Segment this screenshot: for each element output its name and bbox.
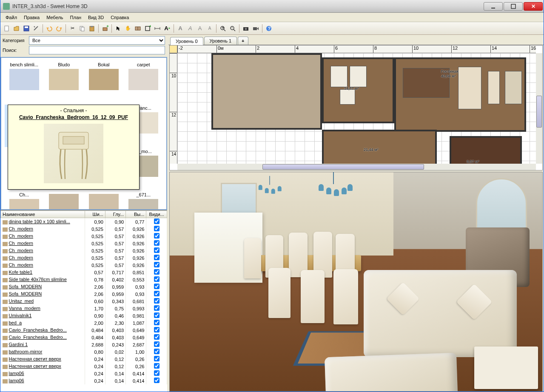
table-row[interactable]: Ch_modern0,5250,570,926 bbox=[1, 261, 167, 269]
visibility-checkbox[interactable] bbox=[154, 298, 159, 304]
table-header[interactable]: Вы... bbox=[126, 211, 146, 218]
visibility-checkbox[interactable] bbox=[154, 284, 159, 289]
text-size-up-icon[interactable]: A bbox=[195, 24, 205, 33]
visibility-checkbox[interactable] bbox=[154, 349, 159, 354]
menu-item-файл[interactable]: Файл bbox=[2, 14, 20, 21]
help-icon[interactable]: ? bbox=[264, 24, 273, 33]
menu-item-вид 3d[interactable]: Вид 3D bbox=[85, 14, 107, 21]
catalog-item[interactable] bbox=[84, 191, 123, 210]
table-row[interactable]: bathroom-mirror0,800,021,00 bbox=[1, 348, 167, 355]
select-tool-icon[interactable] bbox=[114, 24, 123, 33]
visibility-checkbox[interactable] bbox=[154, 363, 159, 369]
visibility-checkbox[interactable] bbox=[154, 291, 159, 296]
catalog-item[interactable]: carpet bbox=[124, 61, 163, 104]
video-icon[interactable] bbox=[251, 24, 260, 33]
table-header[interactable]: Наименование bbox=[1, 211, 85, 218]
zoom-in-icon[interactable]: + bbox=[218, 24, 228, 33]
table-row[interactable]: Cavio_Francheska_Bedro...0,4840,4030,649 bbox=[1, 327, 167, 334]
menu-item-правка[interactable]: Правка bbox=[20, 14, 43, 21]
plan-view[interactable]: -20м246810121416 101214 14,87 м²Гостиная… bbox=[169, 45, 543, 170]
visibility-checkbox[interactable] bbox=[154, 262, 159, 267]
table-row[interactable]: Sofa_MODERN2,060,9590,93 bbox=[1, 283, 167, 290]
table-row[interactable]: lamp060,240,140,414 bbox=[1, 370, 167, 377]
visibility-checkbox[interactable] bbox=[154, 305, 159, 311]
table-row[interactable]: Kofe table10,570,7170,851 bbox=[1, 269, 167, 276]
table-row[interactable]: Side table 40x78cm slimline0,780,4020,55… bbox=[1, 276, 167, 283]
table-row[interactable]: Ch_modern0,5250,570,926 bbox=[1, 233, 167, 240]
menu-item-план[interactable]: План bbox=[67, 14, 85, 21]
copy-icon[interactable] bbox=[77, 24, 87, 33]
menu-item-справка[interactable]: Справка bbox=[107, 14, 132, 21]
save-icon[interactable] bbox=[22, 24, 31, 33]
menu-item-мебель[interactable]: Мебель bbox=[43, 14, 66, 21]
level-tab[interactable]: Уровень 0 bbox=[170, 37, 203, 45]
table-row[interactable]: Umivalnik10,900,460,981 bbox=[1, 312, 167, 319]
table-row[interactable]: Sofa_MODERN2,060,9590,93 bbox=[1, 290, 167, 298]
zoom-out-icon[interactable]: - bbox=[228, 24, 237, 33]
pan-tool-icon[interactable]: ✋ bbox=[123, 24, 133, 33]
new-file-icon[interactable] bbox=[2, 24, 11, 33]
visibility-checkbox[interactable] bbox=[154, 312, 159, 318]
visibility-checkbox[interactable] bbox=[154, 247, 159, 253]
table-row[interactable]: bed_a2,002,301,087 bbox=[1, 319, 167, 327]
open-file-icon[interactable] bbox=[12, 24, 21, 33]
visibility-checkbox[interactable] bbox=[154, 334, 159, 340]
table-row[interactable]: Ch_modern0,5250,570,926 bbox=[1, 240, 167, 247]
visibility-checkbox[interactable] bbox=[154, 327, 159, 332]
text-italic-icon[interactable]: A bbox=[185, 24, 195, 33]
visibility-checkbox[interactable] bbox=[154, 320, 159, 325]
table-row[interactable]: Cavio_Francheska_Bedro...0,4840,4030,649 bbox=[1, 334, 167, 341]
table-row[interactable]: Настенная светит вверх0,240,120,26 bbox=[1, 355, 167, 363]
table-row[interactable]: Gardini 12,6880,2432,687 bbox=[1, 341, 167, 348]
table-header[interactable]: Глу... bbox=[105, 211, 125, 218]
catalog-item[interactable]: bench slimli... bbox=[5, 61, 44, 104]
photo-icon[interactable] bbox=[241, 24, 251, 33]
visibility-checkbox[interactable] bbox=[154, 233, 159, 239]
visibility-checkbox[interactable] bbox=[154, 240, 159, 246]
text-size-down-icon[interactable]: A bbox=[205, 24, 214, 33]
plan-origin-corner[interactable] bbox=[170, 45, 177, 53]
plan-scrollbar-vertical[interactable] bbox=[536, 53, 542, 164]
table-row[interactable]: Настенная светит вверх0,240,120,26 bbox=[1, 363, 167, 370]
search-input[interactable] bbox=[29, 46, 165, 54]
table-row[interactable]: Ch_modern0,5250,570,926 bbox=[1, 254, 167, 261]
table-row[interactable]: Unitaz_med0,600,3430,681 bbox=[1, 298, 167, 305]
catalog-item[interactable]: _671... bbox=[124, 191, 163, 210]
preferences-icon[interactable] bbox=[31, 24, 41, 33]
text-tool-icon[interactable]: A+ bbox=[162, 24, 172, 33]
level-tab[interactable]: Уровень 1 bbox=[204, 37, 237, 45]
table-row[interactable]: lamp060,240,140,414 bbox=[1, 377, 167, 384]
plan-scrollbar-horizontal[interactable] bbox=[177, 164, 536, 170]
view-3d[interactable] bbox=[169, 172, 543, 392]
close-button[interactable]: ✕ bbox=[524, 2, 543, 11]
table-row[interactable]: Ch_modern0,5250,570,926 bbox=[1, 247, 167, 254]
visibility-checkbox[interactable] bbox=[154, 378, 159, 383]
cut-icon[interactable]: ✂ bbox=[68, 24, 77, 33]
wall-tool-icon[interactable] bbox=[133, 24, 142, 33]
catalog-item[interactable]: Bludo bbox=[45, 61, 84, 104]
table-header[interactable]: Види... bbox=[146, 211, 167, 218]
table-header[interactable]: Ши... bbox=[85, 211, 105, 218]
table-row[interactable]: Ch_modern0,5250,570,926 bbox=[1, 225, 167, 233]
plan-canvas[interactable]: 14,87 м²Гостиная42,04 м²21,44 м²8,57 м² bbox=[177, 53, 536, 164]
table-row[interactable]: dining table 100 x 100 slimli...0,900,90… bbox=[1, 218, 167, 226]
dimension-tool-icon[interactable] bbox=[153, 24, 162, 33]
visibility-checkbox[interactable] bbox=[154, 370, 159, 376]
visibility-checkbox[interactable] bbox=[154, 341, 159, 347]
visibility-checkbox[interactable] bbox=[154, 269, 159, 275]
visibility-checkbox[interactable] bbox=[154, 356, 159, 361]
catalog-item[interactable]: Bokal bbox=[84, 61, 123, 104]
visibility-checkbox[interactable] bbox=[154, 226, 159, 231]
minimize-button[interactable] bbox=[484, 2, 503, 11]
visibility-checkbox[interactable] bbox=[154, 219, 159, 224]
add-level-button[interactable]: + bbox=[238, 37, 248, 45]
text-bold-icon[interactable]: A bbox=[176, 24, 185, 33]
undo-icon[interactable] bbox=[45, 24, 54, 33]
redo-icon[interactable] bbox=[54, 24, 64, 33]
catalog-item[interactable]: Ch... bbox=[5, 191, 44, 210]
visibility-checkbox[interactable] bbox=[154, 276, 159, 282]
maximize-button[interactable] bbox=[504, 2, 523, 11]
furniture-table[interactable]: НаименованиеШи...Глу...Вы...Види... dini… bbox=[0, 210, 167, 392]
catalog-item[interactable] bbox=[45, 191, 84, 210]
visibility-checkbox[interactable] bbox=[154, 255, 159, 260]
